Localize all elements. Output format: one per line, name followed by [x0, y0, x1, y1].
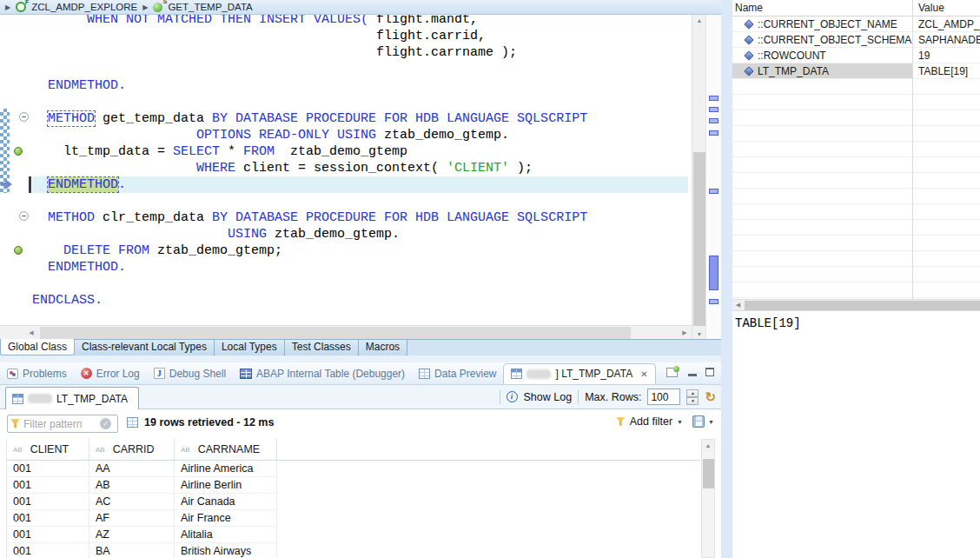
table-row[interactable]: 001AFAir France: [7, 510, 700, 527]
variable-row[interactable]: LT_TMP_DATATABLE[19]: [732, 63, 980, 79]
code-line[interactable]: [32, 94, 688, 110]
breadcrumb-arrow-icon[interactable]: ▶: [142, 3, 148, 11]
code-line[interactable]: [32, 276, 688, 292]
table-cell[interactable]: 001: [7, 510, 89, 527]
column-header-carrid[interactable]: ABCARRID: [89, 439, 175, 460]
code-line[interactable]: WHERE client = session_context( 'CLIENT'…: [32, 160, 688, 176]
table-cell[interactable]: Air Canada: [175, 494, 277, 510]
scroll-up-icon[interactable]: ▲: [692, 15, 706, 27]
breadcrumb-item-class[interactable]: ZCL_AMDP_EXPLORE: [31, 2, 137, 12]
table-cell[interactable]: Air France: [175, 510, 277, 527]
code-line[interactable]: METHOD clr_temp_data BY DATABASE PROCEDU…: [32, 209, 688, 226]
scrollbar-thumb[interactable]: [40, 327, 631, 339]
table-vertical-scrollbar[interactable]: ▲: [701, 439, 715, 558]
table-cell[interactable]: 001: [7, 494, 89, 510]
ruler-annotation[interactable]: [709, 256, 718, 290]
table-cell[interactable]: 001: [7, 543, 89, 558]
code-line[interactable]: lt_tmp_data = SELECT * FROM ztab_demo_gt…: [32, 143, 688, 160]
ruler-annotation[interactable]: [709, 107, 718, 112]
scrollbar-thumb[interactable]: [703, 459, 714, 488]
scroll-up-icon[interactable]: ▲: [702, 440, 714, 452]
editor-horizontal-scrollbar[interactable]: ◀ ▶: [0, 325, 692, 339]
filter-input[interactable]: [23, 418, 96, 430]
maximize-icon[interactable]: [705, 368, 714, 376]
apply-filter-icon[interactable]: [100, 418, 111, 429]
panel-sash[interactable]: [721, 0, 732, 558]
editor-vertical-scrollbar[interactable]: ▲ ▼: [692, 15, 705, 341]
code-line[interactable]: flight.carrid,: [32, 28, 688, 44]
code-line[interactable]: WHEN NOT MATCHED THEN INSERT VALUES( fli…: [32, 15, 688, 28]
table-row[interactable]: 001AZAlitalia: [7, 527, 700, 543]
view-tab-error-log[interactable]: Error Log: [74, 362, 147, 384]
ruler-annotation[interactable]: [709, 130, 718, 136]
scroll-left-icon[interactable]: ◀: [732, 300, 744, 310]
scrollbar-thumb[interactable]: [693, 152, 705, 326]
breadcrumb-arrow-icon[interactable]: ▶: [5, 3, 10, 11]
variables-horizontal-scrollbar[interactable]: ◀: [732, 299, 980, 311]
breadcrumb-item-method[interactable]: GET_TEMP_DATA: [168, 2, 252, 12]
ruler-annotation[interactable]: [709, 189, 718, 194]
result-table[interactable]: ABCLIENTABCARRIDABCARRNAME 001AAAirline …: [6, 439, 700, 558]
code-line[interactable]: ENDMETHOD.: [32, 77, 688, 94]
code-line[interactable]: METHOD get_temp_data BY DATABASE PROCEDU…: [32, 110, 688, 127]
code-line[interactable]: DELETE FROM ztab_demo_gtemp;: [32, 242, 688, 259]
max-rows-stepper[interactable]: ▲ ▼: [686, 389, 699, 405]
code-line[interactable]: ENDMETHOD.: [32, 259, 688, 276]
variable-row[interactable]: ::ROWCOUNT19: [732, 48, 980, 63]
table-cell[interactable]: Airline Berlin: [175, 477, 277, 494]
scroll-left-icon[interactable]: ◀: [24, 326, 38, 340]
scroll-right-icon[interactable]: ▶: [678, 326, 692, 340]
code-line[interactable]: flight.carrname );: [32, 44, 688, 61]
table-row[interactable]: 001BABritish Airways: [7, 543, 700, 558]
data-preview-subtab[interactable]: LT_TMP_DATA: [5, 387, 139, 409]
editor-tab-local-types[interactable]: Local Types: [215, 340, 285, 356]
view-tab--lt-tmp-data[interactable]: ] LT_TMP_DATA✕: [503, 363, 655, 384]
view-tab-abap-internal-table-debugger-[interactable]: ABAP Internal Table (Debugger): [233, 362, 412, 384]
view-tab-debug-shell[interactable]: Debug Shell: [147, 362, 233, 384]
max-rows-input[interactable]: [647, 389, 680, 405]
column-header-value[interactable]: Value: [918, 2, 944, 14]
fold-collapse-icon[interactable]: [19, 112, 29, 122]
stepper-up-icon[interactable]: ▲: [686, 389, 699, 397]
column-header-name[interactable]: Name: [735, 2, 763, 14]
dropdown-icon[interactable]: ▼: [677, 419, 683, 425]
table-row[interactable]: 001ABAirline Berlin: [7, 477, 700, 494]
breakpoint-icon[interactable]: [14, 147, 23, 156]
code-line[interactable]: [32, 61, 688, 77]
minimize-icon[interactable]: [688, 369, 697, 376]
table-row[interactable]: 001AAAirline America: [7, 461, 700, 477]
fold-collapse-icon[interactable]: [19, 211, 29, 221]
editor-tab-global-class[interactable]: Global Class: [0, 339, 75, 355]
scrollbar-thumb[interactable]: [745, 301, 980, 310]
filter-input-box[interactable]: [7, 415, 118, 433]
code-editor[interactable]: WHEN NOT MATCHED THEN INSERT VALUES( fli…: [0, 15, 692, 325]
table-cell[interactable]: Airline America: [175, 461, 277, 477]
add-filter-button[interactable]: Add filter ▼: [616, 415, 683, 428]
ruler-annotation[interactable]: [709, 96, 718, 101]
table-cell[interactable]: 001: [7, 461, 89, 477]
pin-view-icon[interactable]: [666, 366, 679, 378]
editor-tab-test-classes[interactable]: Test Classes: [285, 340, 359, 356]
refresh-icon[interactable]: ↻: [705, 390, 716, 403]
code-line[interactable]: ENDMETHOD.: [32, 176, 688, 193]
column-header-carrname[interactable]: ABCARRNAME: [175, 439, 277, 460]
variable-row[interactable]: ::CURRENT_OBJECT_SCHEMASAPHANADB: [732, 32, 980, 48]
variable-row[interactable]: ::CURRENT_OBJECT_NAMEZCL_AMDP_E: [732, 17, 980, 32]
ruler-annotation[interactable]: [709, 118, 718, 123]
table-cell[interactable]: Alitalia: [175, 527, 277, 543]
editor-tab-macros[interactable]: Macros: [359, 340, 407, 356]
dropdown-icon[interactable]: ▼: [708, 419, 714, 425]
export-button[interactable]: ▼: [692, 415, 714, 428]
close-icon[interactable]: ✕: [640, 369, 647, 379]
table-cell[interactable]: AA: [89, 461, 175, 477]
code-line[interactable]: USING ztab_demo_gtemp.: [32, 226, 688, 242]
editor-tab-class-relevant-local-types[interactable]: Class-relevant Local Types: [75, 340, 215, 356]
table-row[interactable]: 001ACAir Canada: [7, 494, 700, 510]
breakpoint-icon[interactable]: [14, 246, 23, 255]
ruler-annotation[interactable]: [709, 299, 718, 304]
view-tab-problems[interactable]: Problems: [0, 362, 74, 384]
table-cell[interactable]: AC: [89, 494, 175, 510]
code-line[interactable]: ENDCLASS.: [32, 292, 688, 309]
save-icon[interactable]: [692, 415, 705, 428]
view-tab-data-preview[interactable]: Data Preview: [412, 362, 503, 384]
